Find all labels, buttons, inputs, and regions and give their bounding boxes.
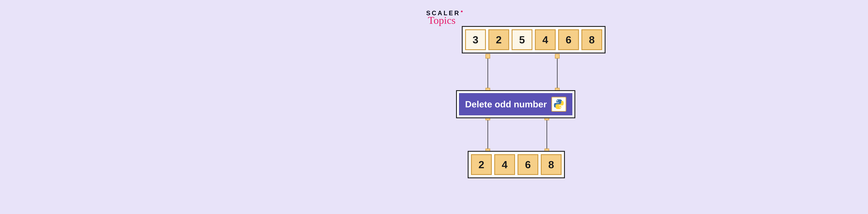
cell-value: 6: [525, 159, 531, 171]
array-cell: 5: [512, 29, 532, 50]
output-array: 2 4 6 8: [468, 151, 565, 178]
operation-box: Delete odd number: [456, 90, 575, 118]
cell-value: 4: [502, 159, 507, 171]
brand-logo-dot: [461, 10, 463, 12]
array-cell: 2: [488, 29, 509, 50]
array-cell: 4: [494, 154, 515, 175]
array-cell: 2: [471, 154, 492, 175]
cell-value: 2: [478, 159, 484, 171]
brand-logo: SCALER Topics: [426, 9, 463, 26]
cell-value: 8: [589, 34, 595, 46]
svg-point-0: [557, 100, 558, 101]
array-cell: 4: [535, 29, 556, 50]
cell-value: 5: [519, 34, 525, 46]
array-cell: 6: [558, 29, 579, 50]
array-cell: 8: [541, 154, 562, 175]
array-cell: 3: [465, 29, 486, 50]
operation-inner: Delete odd number: [459, 93, 572, 115]
cell-value: 6: [566, 34, 571, 46]
array-cell: 6: [518, 154, 538, 175]
input-array: 3 2 5 4 6 8: [462, 26, 606, 54]
cell-value: 4: [542, 34, 548, 46]
connector-node-icon: [555, 54, 559, 58]
array-cell: 8: [581, 29, 602, 50]
cell-value: 3: [472, 34, 478, 46]
cell-value: 2: [496, 34, 501, 46]
connector-node-icon: [486, 54, 490, 58]
operation-label: Delete odd number: [465, 99, 547, 109]
cell-value: 8: [548, 159, 554, 171]
python-logo-icon: [551, 97, 566, 112]
svg-point-1: [560, 107, 561, 108]
